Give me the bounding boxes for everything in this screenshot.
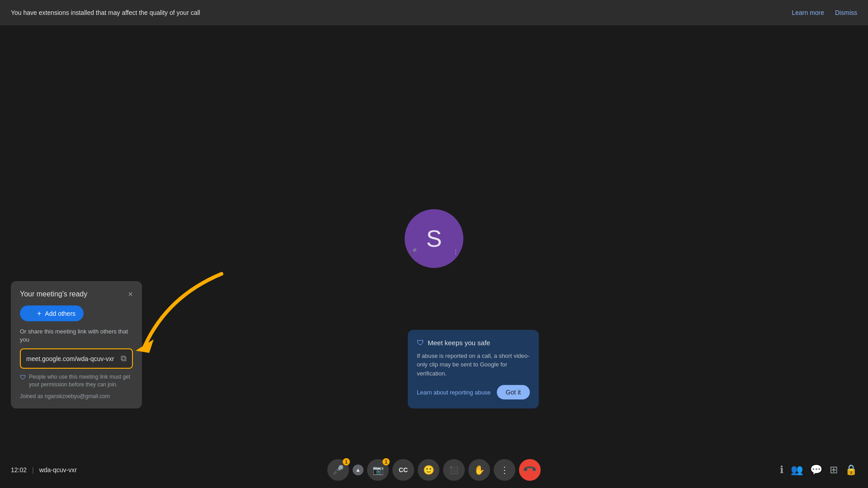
raise-hand-button[interactable]: ✋	[468, 459, 490, 481]
notification-bar: You have extensions installed that may a…	[0, 0, 868, 25]
participant-avatar: 🎤 S ⋮	[405, 209, 463, 268]
share-text: Or share this meeting link with others t…	[20, 328, 133, 344]
camera-icon: 📷	[373, 465, 384, 475]
participant-avatar-container: 🎤 S ⋮	[405, 209, 463, 268]
camera-badge: 1	[382, 458, 390, 465]
safety-shield-icon: 🛡	[417, 339, 424, 347]
toolbar-center-section: 🎤 1 ▲ 📷 1 CC 🙂 ⬛ ✋ ⋮	[327, 459, 541, 481]
toolbar-separator: |	[32, 466, 34, 474]
permission-notice: 🛡 People who use this meeting link must …	[20, 373, 133, 389]
mic-button[interactable]: 🎤 1	[327, 459, 349, 481]
card-header: Your meeting's ready ×	[20, 290, 133, 298]
emoji-icon: 🙂	[423, 465, 434, 475]
chevron-up-icon: ▲	[355, 467, 361, 473]
safety-card-header: 🛡 Meet keeps you safe	[417, 339, 530, 347]
add-others-label: Add others	[45, 310, 75, 317]
end-call-icon: 📞	[522, 462, 538, 478]
captions-icon: CC	[399, 466, 408, 474]
people-icon: 👥	[791, 464, 803, 476]
emoji-button[interactable]: 🙂	[418, 459, 439, 481]
avatar-mic-icon: 🎤	[409, 248, 417, 255]
end-call-button[interactable]: 📞	[519, 459, 541, 481]
present-icon: ⬛	[449, 466, 458, 474]
captions-button[interactable]: CC	[392, 459, 414, 481]
safety-title: Meet keeps you safe	[428, 339, 490, 347]
safety-body-text: If abuse is reported on a call, a short …	[417, 352, 530, 378]
learn-more-button[interactable]: Learn more	[792, 9, 824, 16]
activities-button[interactable]: ⊞	[830, 464, 838, 476]
meeting-ready-card: Your meeting's ready × 👤+ Add others Or …	[11, 281, 142, 408]
copy-link-button[interactable]: ⧉	[121, 354, 127, 363]
more-options-button[interactable]: ⋮	[494, 459, 515, 481]
avatar-more-icon: ⋮	[453, 248, 459, 255]
close-card-button[interactable]: ×	[128, 290, 133, 298]
lock-icon: 🔒	[845, 464, 857, 476]
arrow-annotation	[131, 269, 231, 361]
notification-text: You have extensions installed that may a…	[11, 9, 792, 16]
mic-badge: 1	[343, 458, 350, 465]
meeting-link-box: meet.google.com/wda-qcuv-vxr ⧉	[20, 348, 133, 369]
add-person-icon: 👤+	[28, 309, 41, 318]
mic-icon: 🎤	[333, 465, 344, 475]
safety-card: 🛡 Meet keeps you safe If abuse is report…	[408, 330, 539, 409]
card-title: Your meeting's ready	[20, 290, 87, 298]
meeting-code-label: wda-qcuv-vxr	[39, 466, 77, 474]
learn-abuse-button[interactable]: Learn about reporting abuse	[417, 389, 491, 396]
meeting-link-text: meet.google.com/wda-qcuv-vxr	[26, 355, 121, 362]
chat-icon: 💬	[810, 464, 822, 476]
notification-actions: Learn more Dismiss	[792, 9, 857, 16]
more-icon: ⋮	[500, 465, 509, 475]
raise-hand-icon: ✋	[474, 465, 485, 475]
mic-expand-button[interactable]: ▲	[353, 465, 363, 475]
info-icon: ℹ	[780, 464, 783, 476]
safety-card-footer: Learn about reporting abuse Got it	[417, 385, 530, 399]
avatar-initial: S	[426, 225, 442, 252]
dismiss-button[interactable]: Dismiss	[835, 9, 857, 16]
host-controls-button[interactable]: 🔒	[845, 464, 857, 476]
got-it-button[interactable]: Got it	[497, 385, 530, 399]
joined-as-text: Joined as nganskzoebyu@gmail.com	[20, 393, 133, 399]
add-others-button[interactable]: 👤+ Add others	[20, 305, 84, 321]
present-button[interactable]: ⬛	[443, 459, 465, 481]
shield-icon: 🛡	[20, 374, 26, 381]
meeting-info-button[interactable]: ℹ	[780, 464, 783, 476]
main-video-area: 🎤 S ⋮ Your meeting's ready × 👤+ Add othe…	[0, 25, 868, 452]
copy-icon: ⧉	[121, 354, 127, 363]
activities-icon: ⊞	[830, 464, 838, 476]
participants-button[interactable]: 👥	[791, 464, 803, 476]
chat-button[interactable]: 💬	[810, 464, 822, 476]
camera-button[interactable]: 📷 1	[367, 459, 389, 481]
bottom-toolbar: 12:02 | wda-qcuv-vxr 🎤 1 ▲ 📷 1 CC 🙂 ⬛	[0, 452, 868, 488]
permission-text: People who use this meeting link must ge…	[29, 373, 133, 389]
meeting-time: 12:02	[11, 466, 27, 474]
